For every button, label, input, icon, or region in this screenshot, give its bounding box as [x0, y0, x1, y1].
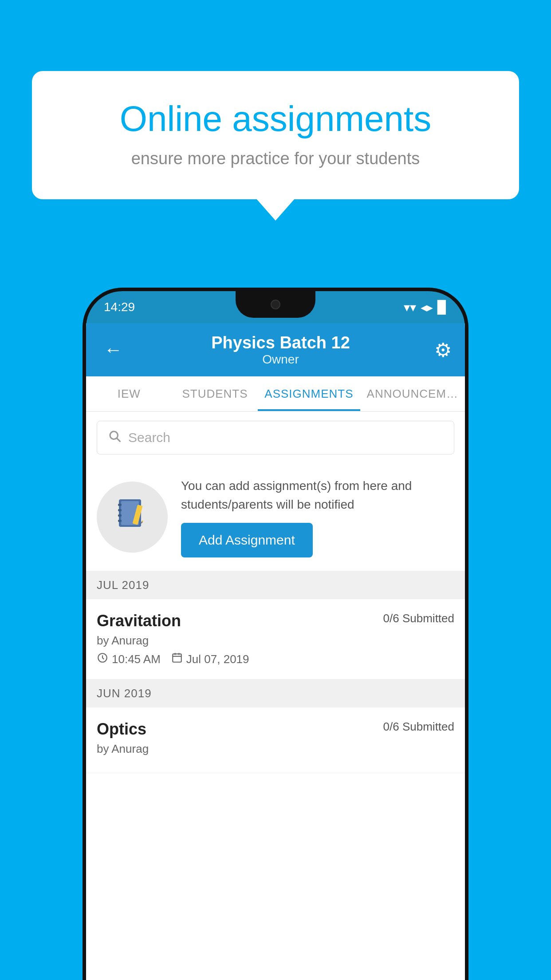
tab-students[interactable]: STUDENTS	[172, 376, 258, 411]
assignment-submitted-optics: 0/6 Submitted	[383, 720, 454, 734]
assignment-item-optics[interactable]: Optics 0/6 Submitted by Anurag	[86, 707, 465, 773]
svg-rect-5	[118, 509, 122, 511]
speech-bubble-container: Online assignments ensure more practice …	[32, 71, 519, 199]
svg-rect-7	[118, 520, 122, 522]
info-text-area: You can add assignment(s) from here and …	[181, 477, 454, 557]
date-text-gravitation: Jul 07, 2019	[186, 652, 249, 666]
svg-rect-6	[118, 514, 122, 517]
assignment-title-gravitation: Gravitation	[97, 612, 181, 630]
speech-bubble: Online assignments ensure more practice …	[32, 71, 519, 199]
notebook-icon	[114, 496, 150, 538]
time-text-gravitation: 10:45 AM	[112, 652, 161, 666]
assignment-by-optics: by Anurag	[97, 742, 454, 756]
assignment-submitted-gravitation: 0/6 Submitted	[383, 612, 454, 625]
search-icon	[108, 429, 121, 446]
svg-rect-4	[118, 504, 122, 506]
tab-announcements[interactable]: ANNOUNCEM…	[360, 376, 465, 411]
assignment-meta-gravitation: 10:45 AM Jul 07, 201	[97, 652, 454, 667]
wifi-icon: ▾▾	[404, 300, 416, 315]
app-bar-title: Physics Batch 12	[127, 333, 434, 352]
settings-button[interactable]: ⚙	[434, 339, 452, 361]
status-time: 14:29	[104, 300, 135, 314]
status-icons: ▾▾ ◂▸ ▉	[404, 300, 447, 315]
phone-inner: 14:29 ▾▾ ◂▸ ▉ ← Physics Batch 12 Owner ⚙	[86, 291, 465, 980]
tab-iew[interactable]: IEW	[86, 376, 172, 411]
search-placeholder: Search	[128, 430, 170, 445]
signal-icon: ◂▸	[421, 300, 433, 315]
back-button[interactable]: ←	[99, 335, 127, 365]
assignment-top: Gravitation 0/6 Submitted	[97, 612, 454, 630]
camera	[271, 300, 280, 309]
search-container: Search	[86, 412, 465, 463]
clock-icon	[97, 652, 108, 667]
status-bar: 14:29 ▾▾ ◂▸ ▉	[86, 291, 465, 323]
assignment-top-optics: Optics 0/6 Submitted	[97, 720, 454, 739]
section-header-jul: JUL 2019	[86, 571, 465, 599]
add-assignment-button[interactable]: Add Assignment	[181, 523, 313, 557]
search-bar[interactable]: Search	[97, 421, 454, 454]
tabs-bar: IEW STUDENTS ASSIGNMENTS ANNOUNCEM…	[86, 376, 465, 412]
info-section: You can add assignment(s) from here and …	[86, 463, 465, 571]
meta-time-gravitation: 10:45 AM	[97, 652, 161, 667]
section-header-jun: JUN 2019	[86, 680, 465, 707]
notch	[236, 291, 315, 318]
bubble-subtitle: ensure more practice for your students	[67, 149, 484, 168]
app-bar-subtitle: Owner	[127, 352, 434, 367]
bubble-title: Online assignments	[67, 98, 484, 140]
app-bar: ← Physics Batch 12 Owner ⚙	[86, 323, 465, 376]
svg-rect-12	[173, 654, 181, 662]
phone-screen: ← Physics Batch 12 Owner ⚙ IEW STUDENTS …	[86, 323, 465, 980]
phone-frame: 14:29 ▾▾ ◂▸ ▉ ← Physics Batch 12 Owner ⚙	[83, 288, 468, 980]
assignment-by-gravitation: by Anurag	[97, 634, 454, 648]
meta-date-gravitation: Jul 07, 2019	[171, 652, 249, 667]
app-bar-title-container: Physics Batch 12 Owner	[127, 333, 434, 367]
svg-line-1	[117, 439, 120, 442]
notebook-icon-circle	[97, 482, 168, 553]
assignment-title-optics: Optics	[97, 720, 146, 739]
assignment-item-gravitation[interactable]: Gravitation 0/6 Submitted by Anurag	[86, 599, 465, 680]
battery-icon: ▉	[437, 300, 447, 315]
tab-assignments[interactable]: ASSIGNMENTS	[258, 376, 360, 411]
screen-content: Search	[86, 412, 465, 980]
calendar-icon	[171, 652, 183, 667]
info-description: You can add assignment(s) from here and …	[181, 477, 454, 514]
